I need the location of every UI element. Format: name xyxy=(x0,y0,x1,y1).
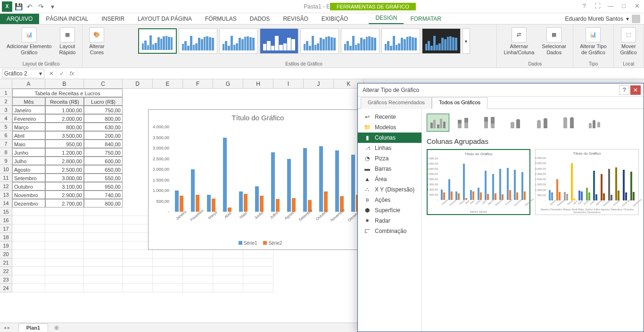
col-header[interactable]: G xyxy=(213,79,243,88)
cell-profit[interactable]: 200,00 xyxy=(84,131,123,140)
tab-design[interactable]: DESIGN xyxy=(369,13,404,24)
sheet-tab[interactable]: Plan1 xyxy=(18,324,48,332)
row-header[interactable]: 23 xyxy=(0,275,12,284)
cell-profit[interactable]: 950,00 xyxy=(84,182,123,191)
row-header[interactable]: 4 xyxy=(0,114,12,123)
enter-formula-icon[interactable]: ✓ xyxy=(57,69,67,78)
chart-category-aes[interactable]: ¤Ações xyxy=(358,195,421,205)
chart-legend[interactable]: Série1 Série2 xyxy=(149,241,367,246)
subtype-clustered-column[interactable] xyxy=(427,114,449,132)
cell-revenue[interactable]: 1.000,00 xyxy=(45,106,84,114)
cell-revenue[interactable]: 3.500,00 xyxy=(45,131,84,140)
chart-category-linhas[interactable]: ⩘Linhas xyxy=(358,143,421,153)
change-chart-type-button[interactable]: 📊 Alterar Tipo de Gráfico xyxy=(577,26,609,57)
chart-category-xydisperso[interactable]: ∴X Y (Dispersão) xyxy=(358,184,421,195)
col-header[interactable]: C xyxy=(84,79,123,88)
subtype-3d-stacked-column[interactable] xyxy=(532,114,555,132)
undo-icon[interactable]: ↶ xyxy=(25,1,35,12)
row-header[interactable]: 15 xyxy=(0,208,12,216)
row-header[interactable]: 11 xyxy=(0,174,12,182)
cell-month[interactable]: Janeiro xyxy=(12,106,45,114)
col-header[interactable]: F xyxy=(183,79,213,88)
tab-data[interactable]: DADOS xyxy=(243,14,277,24)
cell-profit[interactable]: 650,00 xyxy=(84,165,123,174)
row-header[interactable]: 22 xyxy=(0,267,12,275)
tab-formulas[interactable]: FÓRMULAS xyxy=(198,14,243,24)
chart-style-5[interactable] xyxy=(300,28,339,54)
subtype-3d-100-stacked-column[interactable] xyxy=(559,114,581,132)
name-box[interactable]: Gráfico 2▾ xyxy=(2,69,44,78)
cell-profit[interactable]: 550,00 xyxy=(84,174,123,182)
cell-month[interactable]: Junho xyxy=(12,148,45,157)
embedded-chart[interactable]: Título do Gráfico 4.000,003.500,003.000,… xyxy=(148,109,368,250)
cell-profit[interactable]: 840,00 xyxy=(84,140,123,148)
minimize-icon[interactable]: — xyxy=(605,1,616,10)
chart-category-recente[interactable]: ↩Recente xyxy=(358,112,421,122)
help-icon[interactable]: ? xyxy=(579,1,589,10)
col-header[interactable]: A xyxy=(12,79,45,88)
sheet-nav[interactable]: ◂ ▸ xyxy=(0,325,14,330)
row-header[interactable]: 19 xyxy=(0,241,12,250)
cell-profit[interactable]: 630,00 xyxy=(84,123,123,131)
cell-month[interactable]: Setembro xyxy=(12,174,45,182)
close-icon[interactable]: ✕ xyxy=(632,1,642,10)
chart-style-4[interactable] xyxy=(260,28,298,54)
col-header[interactable]: I xyxy=(273,79,304,88)
cell-profit[interactable]: 750,00 xyxy=(84,148,123,157)
chart-style-6[interactable] xyxy=(341,28,380,54)
chart-title[interactable]: Título do Gráfico xyxy=(149,110,367,124)
dialog-titlebar[interactable]: Alterar Tipo de Gráfico ? ✕ xyxy=(358,83,644,97)
tab-home[interactable]: PÁGINA INICIAL xyxy=(39,14,95,24)
th-profit[interactable]: Lucro (R$) xyxy=(84,97,123,106)
select-all-corner[interactable] xyxy=(0,79,12,88)
tab-insert[interactable]: INSERIR xyxy=(95,14,131,24)
cell-profit[interactable]: 740,00 xyxy=(84,191,123,199)
th-month[interactable]: Mês xyxy=(12,97,45,106)
cell-profit[interactable]: 800,00 xyxy=(84,199,123,208)
tab-page-layout[interactable]: LAYOUT DA PÁGINA xyxy=(131,14,198,24)
chart-category-colunas[interactable]: ▮Colunas xyxy=(358,133,421,143)
add-chart-element-button[interactable]: 📊 Adicionar Elemento Gráfico xyxy=(4,26,54,57)
tab-view[interactable]: EXIBIÇÃO xyxy=(315,14,355,24)
chart-category-radar[interactable]: ✷Radar xyxy=(358,216,421,226)
cell-revenue[interactable]: 2.000,00 xyxy=(45,114,84,123)
cell-month[interactable]: Outubro xyxy=(12,182,45,191)
dialog-close-icon[interactable]: ✕ xyxy=(630,85,641,95)
row-header[interactable]: 14 xyxy=(0,199,12,208)
chevron-down-icon[interactable]: ▾ xyxy=(626,16,629,22)
row-header[interactable]: 1 xyxy=(0,89,12,97)
chart-style-1[interactable] xyxy=(138,28,177,54)
tab-format[interactable]: FORMATAR xyxy=(404,14,448,24)
row-header[interactable]: 12 xyxy=(0,182,12,191)
cell-revenue[interactable]: 800,00 xyxy=(45,123,84,131)
col-header[interactable]: J xyxy=(304,79,334,88)
cell-month[interactable]: Fevereiro xyxy=(12,114,45,123)
cancel-formula-icon[interactable]: ✕ xyxy=(46,69,57,78)
cell-month[interactable]: Novembro xyxy=(12,191,45,199)
table-title[interactable]: Tabela de Receitas e Lucros xyxy=(12,89,123,97)
row-header[interactable]: 21 xyxy=(0,258,12,267)
add-sheet-button[interactable]: ⊕ xyxy=(52,324,61,332)
fx-icon[interactable]: fx xyxy=(67,69,77,78)
select-data-button[interactable]: ▦ Selecionar Dados xyxy=(539,26,569,57)
cell-revenue[interactable]: 3.100,00 xyxy=(45,182,84,191)
tab-all-charts[interactable]: Todos os Gráficos xyxy=(432,97,487,109)
row-header[interactable]: 17 xyxy=(0,224,12,233)
chart-preview-2[interactable]: Título do Gráfico 4.000,003.500,003.000,… xyxy=(535,149,639,215)
chart-style-8[interactable] xyxy=(422,28,461,54)
row-header[interactable]: 18 xyxy=(0,233,12,241)
maximize-icon[interactable]: □ xyxy=(619,1,629,10)
row-header[interactable]: 6 xyxy=(0,131,12,140)
cell-month[interactable]: Abril xyxy=(12,131,45,140)
redo-icon[interactable]: ↷ xyxy=(36,1,46,12)
cell-revenue[interactable]: 3.000,00 xyxy=(45,174,84,182)
row-header[interactable]: 7 xyxy=(0,140,12,148)
subtype-3d-column[interactable] xyxy=(585,114,608,132)
cell-revenue[interactable]: 2.800,00 xyxy=(45,157,84,165)
cell-profit[interactable]: 800,00 xyxy=(84,114,123,123)
chart-category-barras[interactable]: ▬Barras xyxy=(358,164,421,174)
chart-category-modelos[interactable]: 📁Modelos xyxy=(358,122,421,133)
subtype-100-stacked-column[interactable] xyxy=(479,114,502,132)
row-header[interactable]: 20 xyxy=(0,250,12,258)
cell-revenue[interactable]: 950,00 xyxy=(45,140,84,148)
